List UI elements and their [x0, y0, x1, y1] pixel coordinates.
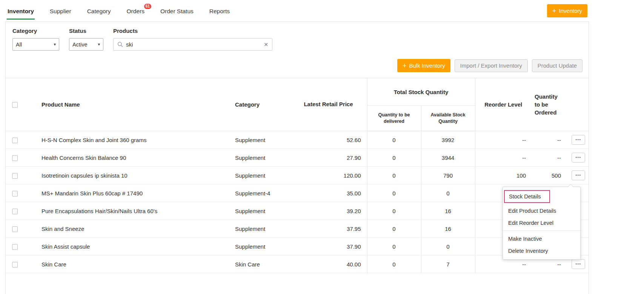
- tab-label: Supplier: [50, 8, 71, 14]
- plus-icon: +: [552, 8, 556, 14]
- row-actions-button[interactable]: •••: [572, 259, 585, 269]
- inventory-panel: Category All ▾ Status Active ▾ Products …: [5, 22, 589, 294]
- orders-count-badge: 61: [144, 4, 151, 9]
- plus-icon: +: [403, 62, 407, 69]
- table-row[interactable]: Pure Encapsulations Hair/Skin/Nails Ultr…: [6, 202, 589, 220]
- chevron-down-icon: ▾: [98, 42, 100, 47]
- add-inventory-label: Inventory: [559, 8, 582, 14]
- row-checkbox[interactable]: [12, 138, 18, 143]
- menu-item-stock-details[interactable]: Stock Details: [503, 189, 580, 205]
- reorder-level-cell: 100: [475, 167, 532, 184]
- column-header-reorder-level: Reorder Level: [475, 78, 532, 131]
- row-actions-menu: Stock Details Edit Product Details Edit …: [503, 187, 581, 260]
- column-header-actions: [568, 78, 589, 131]
- row-checkbox[interactable]: [12, 244, 18, 250]
- category-cell: Supplement: [232, 202, 296, 220]
- available-stock-cell: 790: [421, 167, 475, 184]
- product-search-input[interactable]: [126, 41, 261, 48]
- tab-category[interactable]: Category: [86, 2, 112, 20]
- table-row[interactable]: H-S-N Complex Skin and Joint 360 grams S…: [6, 131, 589, 149]
- subheader-available-stock-quantity: Available Stock Quantity: [421, 106, 475, 131]
- row-checkbox[interactable]: [12, 262, 18, 268]
- qty-ordered-cell: --: [532, 131, 568, 149]
- reorder-level-cell: --: [475, 149, 532, 167]
- price-cell: 120.00: [296, 167, 367, 184]
- category-filter-select[interactable]: All ▾: [12, 38, 59, 51]
- menu-divider: [503, 231, 580, 231]
- qty-delivered-cell: 0: [367, 202, 421, 220]
- qty-ordered-cell: 500: [532, 167, 568, 184]
- price-cell: 40.00: [296, 255, 367, 273]
- product-name-cell: Health Concerns Skin Balance 90: [24, 149, 232, 167]
- tab-order-status[interactable]: Order Status: [160, 2, 194, 20]
- tab-label: Category: [87, 8, 111, 14]
- filter-bar: Category All ▾ Status Active ▾ Products …: [6, 22, 589, 57]
- chevron-down-icon: ▾: [54, 42, 56, 47]
- table-row[interactable]: Skin and Sneeze Supplement 37.95 0 16: [6, 220, 589, 238]
- qty-delivered-cell: 0: [367, 131, 421, 149]
- products-filter-label: Products: [113, 28, 272, 34]
- add-inventory-button[interactable]: + Inventory: [547, 4, 587, 17]
- product-update-button[interactable]: Product Update: [532, 59, 583, 72]
- tab-inventory[interactable]: Inventory: [7, 2, 35, 20]
- column-header-qty-to-be-ordered: Quantity to be Ordered: [532, 78, 568, 131]
- category-cell: Supplement: [232, 220, 296, 238]
- menu-item-delete-inventory[interactable]: Delete Inventory: [503, 245, 580, 257]
- top-navigation: Inventory Supplier Category Orders 61 Or…: [0, 0, 593, 22]
- category-filter-label: Category: [12, 28, 59, 34]
- status-filter-group: Status Active ▾: [69, 28, 103, 51]
- row-checkbox[interactable]: [12, 209, 18, 214]
- table-row[interactable]: Skin Assist capsule Supplement 37.90 0 0: [6, 238, 589, 255]
- status-filter-label: Status: [69, 28, 103, 34]
- price-cell: 35.00: [296, 184, 367, 202]
- menu-item-make-inactive[interactable]: Make Inactive: [503, 233, 580, 245]
- product-name-cell: MS+ Mandarin Skin Plus 60cap # 17490: [24, 184, 232, 202]
- category-cell: Supplement: [232, 238, 296, 255]
- qty-delivered-cell: 0: [367, 238, 421, 255]
- category-filter-value: All: [16, 42, 22, 48]
- tab-orders[interactable]: Orders 61: [126, 2, 145, 20]
- column-header-total-stock-quantity: Total Stock Quantity: [367, 78, 475, 106]
- product-name-cell: Skin Care: [24, 255, 232, 273]
- row-checkbox[interactable]: [12, 191, 18, 197]
- qty-ordered-cell: --: [532, 149, 568, 167]
- qty-delivered-cell: 0: [367, 167, 421, 184]
- category-cell: Supplement-4: [232, 184, 296, 202]
- products-filter-group: Products ✕: [113, 28, 272, 51]
- row-actions-button[interactable]: •••: [572, 170, 585, 180]
- row-checkbox[interactable]: [12, 173, 18, 179]
- product-name-cell: Skin Assist capsule: [24, 238, 232, 255]
- price-cell: 37.95: [296, 220, 367, 238]
- category-cell: Supplement: [232, 149, 296, 167]
- menu-item-label: Stock Details: [504, 190, 550, 203]
- qty-delivered-cell: 0: [367, 255, 421, 273]
- row-actions-button[interactable]: •••: [572, 135, 585, 145]
- row-actions-button[interactable]: •••: [572, 153, 585, 162]
- table-row[interactable]: Isotretinoin capsules ip skinista 10 Sup…: [6, 167, 589, 184]
- price-cell: 37.90: [296, 238, 367, 255]
- row-checkbox[interactable]: [12, 155, 18, 161]
- search-icon: [117, 42, 123, 47]
- menu-item-edit-reorder-level[interactable]: Edit Reorder Level: [503, 217, 580, 229]
- price-cell: 39.20: [296, 202, 367, 220]
- available-stock-cell: 3992: [421, 131, 475, 149]
- table-row[interactable]: MS+ Mandarin Skin Plus 60cap # 17490 Sup…: [6, 184, 589, 202]
- category-cell: Skin Care: [232, 255, 296, 273]
- table-row[interactable]: Skin Care Skin Care 40.00 0 7 -- -- •••: [6, 255, 589, 273]
- available-stock-cell: 16: [421, 202, 475, 220]
- tab-supplier[interactable]: Supplier: [49, 2, 72, 20]
- bulk-inventory-button[interactable]: + Bulk Inventory: [397, 59, 450, 72]
- tab-label: Order Status: [160, 8, 194, 14]
- row-checkbox[interactable]: [12, 226, 18, 232]
- table-row[interactable]: Health Concerns Skin Balance 90 Suppleme…: [6, 149, 589, 167]
- table-toolbar: + Bulk Inventory Import / Export Invento…: [6, 57, 589, 78]
- select-all-checkbox[interactable]: [12, 102, 18, 108]
- status-filter-select[interactable]: Active ▾: [69, 38, 103, 51]
- column-header-latest-retail-price: Latest Retail Price: [296, 78, 367, 131]
- import-export-button[interactable]: Import / Export Inventory: [455, 59, 528, 72]
- tab-reports[interactable]: Reports: [209, 2, 231, 20]
- column-header-category: Category: [232, 78, 296, 131]
- menu-item-edit-product-details[interactable]: Edit Product Details: [503, 205, 580, 217]
- product-name-cell: Skin and Sneeze: [24, 220, 232, 238]
- clear-search-icon[interactable]: ✕: [264, 42, 268, 48]
